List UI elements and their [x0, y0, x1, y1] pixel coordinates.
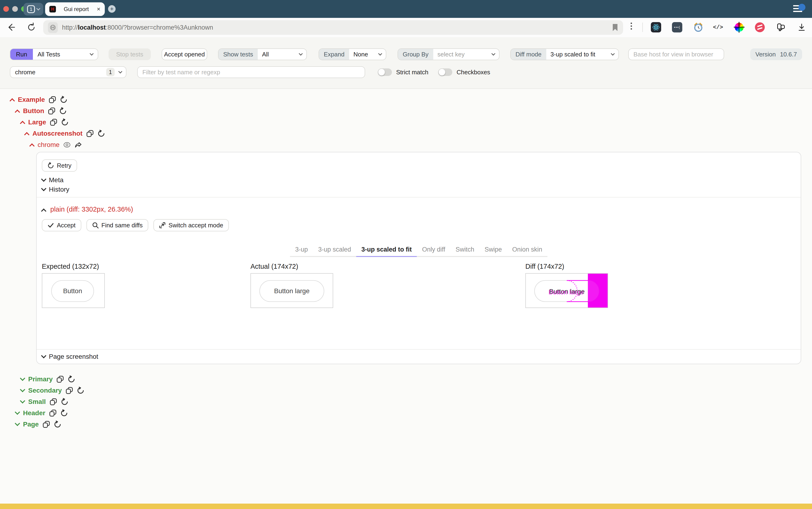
retry-icon[interactable]: [68, 375, 75, 383]
browser-tab[interactable]: H Gui report ✕: [45, 2, 105, 16]
checkboxes-toggle[interactable]: [438, 68, 452, 76]
retry-icon[interactable]: [61, 118, 69, 126]
history-section-toggle[interactable]: History: [42, 185, 801, 194]
copy-icon[interactable]: [48, 107, 56, 115]
tree-item-label[interactable]: Example: [18, 96, 45, 103]
reload-icon[interactable]: [26, 22, 37, 32]
color-wheel-extension-icon[interactable]: [734, 22, 744, 32]
downloads-icon[interactable]: [797, 22, 807, 32]
tree-item-chrome[interactable]: chrome: [0, 139, 812, 150]
eye-icon[interactable]: [63, 141, 71, 148]
alarm-clock-extension-icon[interactable]: [693, 22, 703, 32]
new-tab-button[interactable]: +: [108, 5, 116, 13]
tab-swipe[interactable]: Swipe: [480, 244, 507, 257]
switch-accept-mode-button[interactable]: Switch accept mode: [153, 219, 229, 231]
retry-icon[interactable]: [59, 107, 67, 115]
group-by-select[interactable]: select key: [433, 49, 499, 60]
run-button[interactable]: Run: [10, 49, 33, 60]
red-extension-icon[interactable]: [755, 22, 765, 32]
chevron-down-icon[interactable]: [15, 421, 20, 426]
bookmark-icon[interactable]: [612, 24, 618, 32]
react-devtools-extension-icon[interactable]: [651, 22, 661, 32]
meta-section-toggle[interactable]: Meta: [42, 175, 801, 185]
browser-select[interactable]: chrome1: [10, 66, 126, 78]
retry-icon[interactable]: [60, 96, 67, 103]
stop-tests-button[interactable]: Stop tests: [109, 48, 151, 60]
tree-item-label[interactable]: Autoscreenshot: [32, 130, 82, 137]
copy-icon[interactable]: [50, 118, 57, 126]
tree-item-page[interactable]: Page: [0, 419, 812, 430]
retry-test-button[interactable]: Retry: [42, 160, 77, 172]
retry-icon[interactable]: [98, 130, 105, 137]
test-filter-input[interactable]: [137, 66, 365, 78]
tree-item-header[interactable]: Header: [0, 407, 812, 419]
tab-3-up-scaled[interactable]: 3-up scaled: [313, 244, 356, 257]
password-key-extension-icon[interactable]: [776, 22, 786, 32]
tab-onion-skin[interactable]: Onion skin: [507, 244, 547, 257]
url-bar[interactable]: http://localhost:8000/?browser=chrome%3A…: [43, 20, 623, 35]
page-screenshot-toggle[interactable]: Page screenshot: [42, 352, 801, 361]
window-controls[interactable]: [3, 6, 27, 12]
tree-item-label[interactable]: Secondary: [28, 387, 62, 394]
close-window-button[interactable]: [3, 6, 9, 12]
accept-button[interactable]: Accept: [42, 219, 81, 231]
chevron-down-icon[interactable]: [15, 410, 20, 415]
tree-item-example[interactable]: Example: [0, 94, 812, 105]
tree-item-small[interactable]: Small: [0, 396, 812, 407]
copy-icon[interactable]: [49, 409, 57, 417]
retry-icon[interactable]: [77, 387, 84, 394]
chevron-up-icon[interactable]: [15, 109, 20, 115]
expected-screenshot[interactable]: Button: [42, 273, 105, 308]
chevron-up-icon[interactable]: [24, 132, 30, 138]
tree-item-label[interactable]: Button: [23, 107, 44, 115]
tree-item-label[interactable]: Primary: [28, 375, 52, 383]
site-info-chip[interactable]: [48, 22, 58, 33]
tree-item-large[interactable]: Large: [0, 116, 812, 128]
password-manager-extension-icon[interactable]: •••|: [672, 22, 682, 32]
base-host-input[interactable]: [628, 48, 724, 60]
close-tab-icon[interactable]: ✕: [97, 6, 101, 12]
retry-icon[interactable]: [61, 398, 68, 406]
tab-only-diff[interactable]: Only diff: [417, 244, 450, 257]
tree-item-button[interactable]: Button: [0, 105, 812, 116]
tree-item-label[interactable]: Large: [28, 118, 46, 126]
accept-opened-button[interactable]: Accept opened: [162, 48, 207, 60]
tab-switch[interactable]: Switch: [450, 244, 480, 257]
code-extension-icon[interactable]: </>: [713, 22, 723, 32]
profile-menu-icon[interactable]: [793, 5, 805, 13]
diff-mode-select[interactable]: 3-up scaled to fit: [546, 49, 618, 60]
expand-select[interactable]: None: [349, 49, 386, 60]
tree-item-secondary[interactable]: Secondary: [0, 385, 812, 396]
copy-icon[interactable]: [86, 130, 94, 137]
copy-icon[interactable]: [57, 375, 64, 383]
chevron-down-icon[interactable]: [20, 376, 25, 381]
tree-item-primary[interactable]: Primary: [0, 374, 812, 385]
retry-icon[interactable]: [61, 409, 68, 417]
tree-item-label[interactable]: Small: [28, 398, 46, 406]
copy-icon[interactable]: [66, 387, 73, 394]
chevron-down-icon[interactable]: [20, 387, 25, 393]
minimize-window-button[interactable]: [12, 6, 18, 12]
diff-screenshot[interactable]: Button large Button large: [525, 273, 608, 308]
show-tests-select[interactable]: All: [258, 49, 306, 60]
chevron-up-icon[interactable]: [20, 121, 25, 126]
copy-icon[interactable]: [49, 398, 57, 406]
tree-item-label[interactable]: Page: [23, 420, 39, 428]
tab-3-up[interactable]: 3-up: [290, 244, 313, 257]
copy-icon[interactable]: [42, 420, 50, 428]
chevron-up-icon[interactable]: [29, 143, 35, 149]
tab-counter-button[interactable]: 1: [24, 3, 43, 15]
url-actions-kebab-icon[interactable]: [631, 23, 632, 31]
actual-screenshot[interactable]: Button large: [251, 273, 333, 308]
tab-3-up-scaled-to-fit[interactable]: 3-up scaled to fit: [356, 244, 417, 257]
tree-item-autoscreenshot[interactable]: Autoscreenshot: [0, 128, 812, 139]
run-scope-select[interactable]: All Tests: [33, 49, 98, 60]
retry-icon[interactable]: [54, 420, 61, 428]
chevron-down-icon[interactable]: [20, 398, 25, 404]
find-same-diffs-button[interactable]: Find same diffs: [86, 219, 148, 231]
back-icon[interactable]: [6, 22, 16, 32]
chevron-up-icon[interactable]: [10, 98, 15, 104]
tree-item-label[interactable]: chrome: [38, 141, 60, 148]
tree-item-label[interactable]: Header: [23, 409, 45, 417]
state-plain-toggle[interactable]: plain (diff: 3302px, 26.36%): [42, 204, 801, 214]
